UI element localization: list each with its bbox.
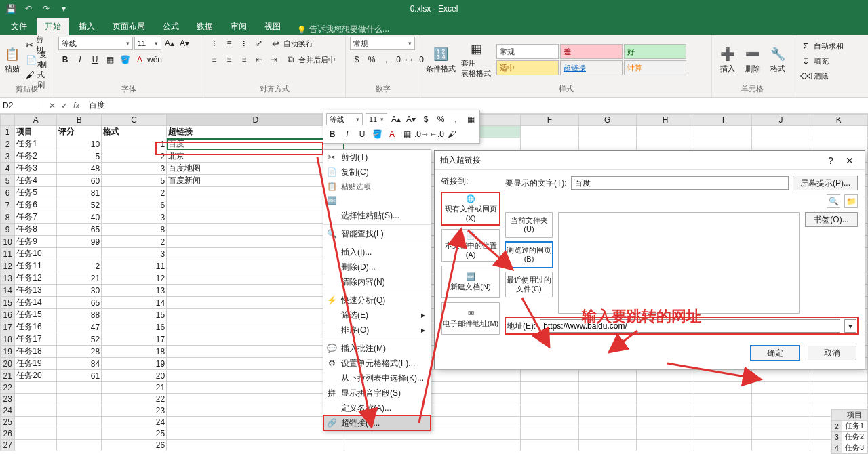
cell[interactable]: 任务20 [15, 370, 57, 382]
row-header[interactable]: 19 [1, 346, 15, 358]
cell[interactable]: 2 [102, 187, 167, 199]
cell[interactable]: 任务13 [15, 285, 57, 297]
cell[interactable]: 任务5 [15, 187, 57, 199]
merge-center-button[interactable]: ⧉合并后居中 [282, 53, 338, 66]
mini-font-color-icon[interactable]: A [386, 128, 398, 140]
cell[interactable] [57, 440, 102, 451]
col-header-A[interactable]: A [15, 115, 57, 126]
cell[interactable] [167, 382, 344, 394]
cell[interactable] [15, 440, 57, 451]
cell[interactable]: 格式 [102, 126, 167, 138]
cell[interactable] [57, 248, 102, 260]
cell[interactable] [578, 370, 636, 382]
cell[interactable]: 5 [57, 150, 102, 163]
paste-button[interactable]: 📋 粘贴 [4, 37, 20, 82]
cell[interactable]: 26 [102, 440, 167, 451]
cell[interactable]: 评分 [57, 126, 102, 138]
conditional-formatting-button[interactable]: 🔢条件格式 [425, 37, 457, 82]
cell[interactable]: 百度新闻 [167, 175, 344, 187]
currency-icon[interactable]: $ [350, 53, 363, 66]
cell[interactable] [752, 394, 810, 405]
cell[interactable]: 16 [102, 321, 167, 333]
cell[interactable]: 23 [102, 405, 167, 417]
cell[interactable]: 任务9 [15, 236, 57, 248]
cell[interactable]: 8 [102, 224, 167, 236]
cell[interactable]: 40 [57, 211, 102, 224]
cell[interactable] [521, 138, 578, 150]
cell[interactable]: 12 [102, 272, 167, 285]
bookmark-button[interactable]: 书签(O)... [805, 212, 858, 227]
menu-paste-values[interactable]: 🔤 [323, 193, 431, 208]
cell[interactable] [752, 382, 810, 394]
row-header[interactable]: 7 [1, 199, 15, 211]
fill-button[interactable]: ↧填充 [797, 54, 846, 68]
cell[interactable] [578, 138, 636, 150]
cell[interactable]: 任务14 [15, 297, 57, 309]
tell-me-box[interactable]: 告诉我您想要做什么... [290, 24, 396, 35]
mini-font-combo[interactable]: 等线 [326, 113, 363, 125]
cell[interactable] [578, 126, 636, 138]
cell[interactable] [636, 428, 694, 440]
format-cells-button[interactable]: 🔧格式 [766, 37, 789, 82]
cell[interactable]: 百度地图 [167, 163, 344, 175]
mini-comma-icon[interactable]: , [450, 113, 462, 125]
cancel-formula-icon[interactable]: ✕ [49, 101, 56, 110]
mini-dec-dec-icon[interactable]: ←.0 [431, 128, 443, 140]
cell[interactable]: 3 [102, 163, 167, 175]
cell[interactable] [57, 394, 102, 405]
menu-filter[interactable]: 筛选(E)▸ [323, 308, 431, 323]
cell[interactable]: 2 [102, 236, 167, 248]
mini-increase-font-icon[interactable]: A▴ [390, 113, 402, 125]
close-icon[interactable]: ✕ [840, 155, 859, 166]
name-box[interactable]: D2 [0, 98, 43, 113]
cell[interactable] [752, 126, 810, 138]
tab-review[interactable]: 审阅 [222, 18, 255, 35]
cell[interactable]: 21 [102, 382, 167, 394]
cell[interactable] [636, 370, 694, 382]
cell[interactable]: 24 [102, 417, 167, 428]
cell[interactable]: 99 [57, 236, 102, 248]
cell[interactable]: 65 [57, 224, 102, 236]
menu-format-cells[interactable]: ⚙设置单元格格式(F)... [323, 356, 431, 371]
cell[interactable]: 1 [102, 138, 167, 150]
cell[interactable] [694, 126, 752, 138]
cell[interactable] [167, 248, 344, 260]
cell[interactable] [752, 370, 810, 382]
cell[interactable]: 百度 [167, 138, 344, 150]
text-to-display-input[interactable] [571, 176, 789, 190]
tab-formulas[interactable]: 公式 [155, 18, 187, 35]
mini-italic-icon[interactable]: I [341, 128, 353, 140]
cell[interactable]: 65 [57, 297, 102, 309]
row-header[interactable]: 11 [1, 248, 15, 260]
nav-current-folder[interactable]: 当前文件夹(U) [505, 212, 553, 238]
row-header[interactable]: 6 [1, 187, 15, 199]
menu-pick-from-list[interactable]: 从下拉列表中选择(K)... [323, 371, 431, 386]
cell[interactable]: 14 [102, 297, 167, 309]
mini-underline-icon[interactable]: U [356, 128, 368, 140]
cell[interactable]: 3 [102, 211, 167, 224]
tab-data[interactable]: 数据 [189, 18, 221, 35]
align-right-icon[interactable]: ≡ [237, 53, 251, 66]
cell[interactable]: 84 [57, 358, 102, 370]
cell[interactable]: 任务2 [15, 150, 57, 163]
col-header-H[interactable]: H [636, 115, 694, 126]
cell[interactable] [521, 405, 578, 417]
underline-icon[interactable]: U [88, 53, 102, 66]
cell[interactable]: 任务8 [15, 224, 57, 236]
cell[interactable]: 北京 [167, 150, 344, 163]
increase-font-icon[interactable]: A▴ [163, 37, 176, 50]
ok-button[interactable]: 确定 [751, 346, 800, 360]
cell[interactable] [167, 297, 344, 309]
cell[interactable] [810, 126, 867, 138]
cell[interactable] [694, 370, 752, 382]
cell[interactable] [810, 394, 867, 405]
help-icon[interactable]: ? [821, 155, 840, 166]
style-hyperlink[interactable]: 超链接 [560, 60, 623, 75]
cell[interactable] [167, 370, 344, 382]
cell[interactable]: 任务15 [15, 309, 57, 321]
cell[interactable] [167, 321, 344, 333]
cell[interactable] [578, 405, 636, 417]
cell[interactable] [694, 405, 752, 417]
style-calculation[interactable]: 计算 [624, 60, 686, 75]
cell[interactable] [752, 440, 810, 451]
